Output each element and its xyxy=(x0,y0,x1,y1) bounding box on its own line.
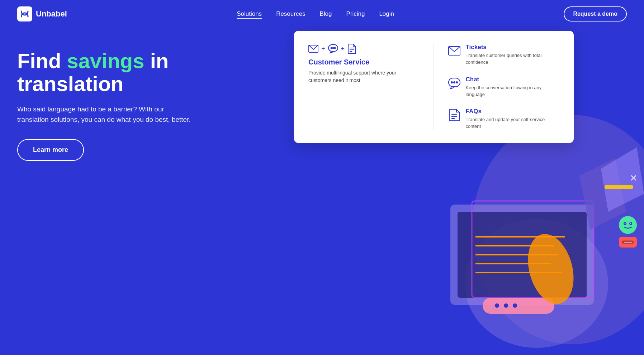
svg-rect-0 xyxy=(17,6,32,21)
plus-icon-2: + xyxy=(341,45,345,53)
svg-point-13 xyxy=(456,82,458,83)
svg-point-4 xyxy=(332,48,333,49)
nav-item-solutions[interactable]: Solutions xyxy=(237,10,262,18)
faqs-desc: Translate and update your self-service c… xyxy=(466,116,560,130)
menu-items-section: Tickets Translate customer queries with … xyxy=(448,44,560,130)
svg-point-5 xyxy=(334,48,335,49)
brand-name: Unbabel xyxy=(36,9,67,19)
svg-rect-35 xyxy=(605,185,633,189)
svg-point-11 xyxy=(451,82,453,83)
menu-item-faqs[interactable]: FAQs Translate and update your self-serv… xyxy=(448,108,560,130)
svg-point-29 xyxy=(504,303,508,308)
hero-headline: Find savings in translation xyxy=(17,49,204,95)
svg-point-28 xyxy=(495,303,499,308)
hero-subtext: Who said language had to be a barrier? W… xyxy=(17,104,196,125)
chatbot-widget[interactable] xyxy=(619,216,637,248)
tickets-desc: Translate customer queries with total co… xyxy=(466,52,560,66)
plus-icon-1: + xyxy=(321,45,325,53)
nav-item-blog[interactable]: Blog xyxy=(319,10,332,18)
main-nav: Unbabel Solutions Resources Blog Pricing… xyxy=(0,0,644,28)
learn-more-button[interactable]: Learn more xyxy=(17,139,84,161)
svg-point-3 xyxy=(331,48,332,49)
cs-icons: + + xyxy=(308,44,420,54)
solutions-dropdown: + + Customer Service Provide multilingua… xyxy=(294,31,574,143)
svg-text:✕: ✕ xyxy=(630,173,638,183)
faqs-title: FAQs xyxy=(466,108,560,115)
nav-links: Solutions Resources Blog Pricing Login xyxy=(237,10,394,18)
menu-item-chat[interactable]: Chat Keep the conversation flowing in an… xyxy=(448,76,560,98)
menu-item-tickets[interactable]: Tickets Translate customer queries with … xyxy=(448,44,560,66)
tickets-title: Tickets xyxy=(466,44,560,51)
chat-title: Chat xyxy=(466,76,560,83)
customer-service-section: + + Customer Service Provide multilingua… xyxy=(308,44,434,130)
svg-point-39 xyxy=(630,223,631,224)
request-demo-button[interactable]: Request a demo xyxy=(564,6,627,21)
nav-item-pricing[interactable]: Pricing xyxy=(346,10,365,18)
customer-service-title: Customer Service xyxy=(308,58,420,66)
nav-item-login[interactable]: Login xyxy=(379,10,394,18)
svg-point-30 xyxy=(513,303,517,308)
headline-part1: Find xyxy=(17,49,67,72)
nav-item-resources[interactable]: Resources xyxy=(276,10,305,18)
svg-point-38 xyxy=(625,223,626,224)
logo[interactable]: Unbabel xyxy=(17,6,67,21)
chat-desc: Keep the conversation flowing in any lan… xyxy=(466,85,560,98)
svg-point-12 xyxy=(454,82,455,83)
svg-rect-27 xyxy=(483,298,554,314)
headline-accent: savings xyxy=(67,49,145,72)
customer-service-desc: Provide multilingual support where your … xyxy=(308,69,420,84)
